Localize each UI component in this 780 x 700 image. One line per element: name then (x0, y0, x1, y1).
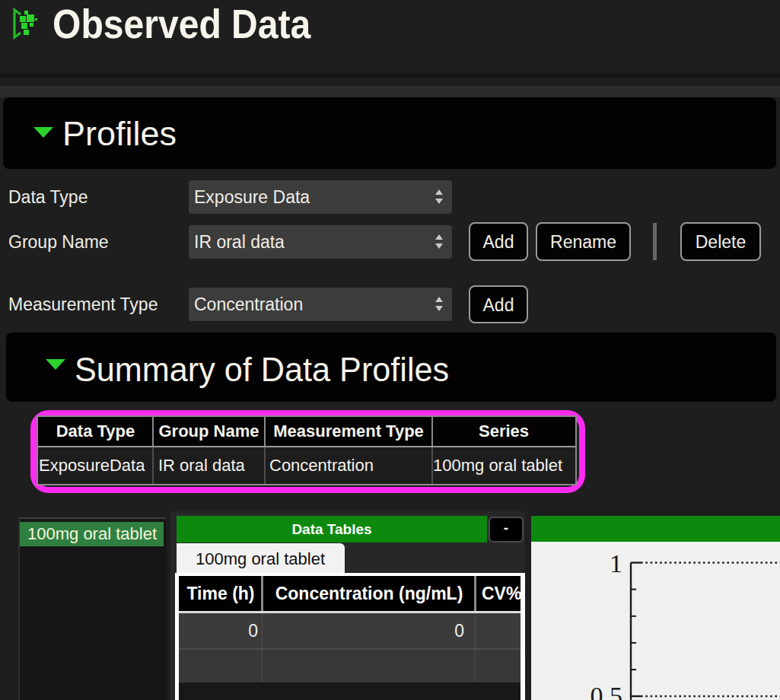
svg-text:1: 1 (610, 549, 622, 578)
svg-text:0.5: 0.5 (591, 682, 623, 700)
